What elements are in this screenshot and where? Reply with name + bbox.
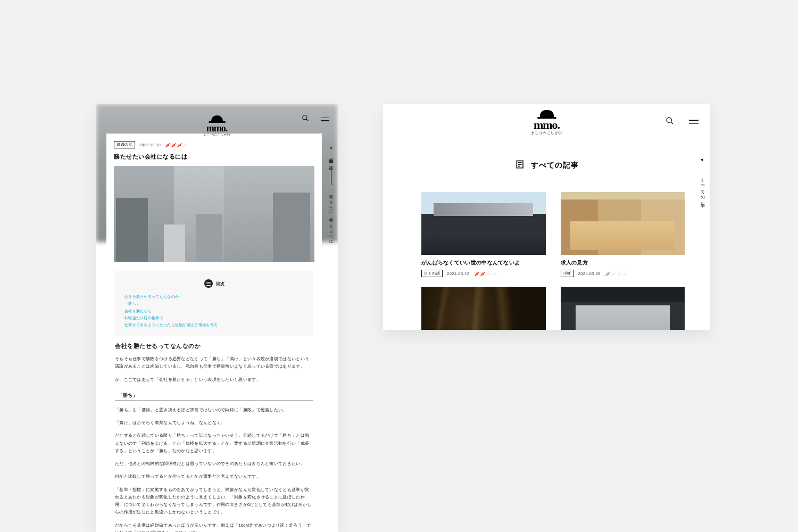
chevron-right-icon: ➤ [329,146,334,151]
chevron-right-icon: ➤ [700,158,705,163]
page-title: すべての記事 [531,161,579,170]
logo-tagline: まこりのこしかけ [531,131,563,135]
article-thumb [561,192,685,255]
vertical-page-title: すべての記事 [700,175,705,201]
article-thumb [561,287,685,330]
table-of-contents: 目次 会社を勝たせるってなんなのか 「勝ち」 会社を勝たせる 転職当たり前の世界… [115,271,313,336]
svg-point-2 [667,118,671,122]
toc-label: 目次 [216,281,225,287]
toc-header: 目次 [124,279,304,288]
logo-tagline: まこりのこしかけ [203,133,231,136]
toc-item[interactable]: 仕事ができるようになったら短期が増える環境を作る [124,321,304,328]
article-card[interactable]: がんばらなくていい世の中なんてないよ ヒトの話 2024.03.12 🌶🌶🌶🌶 [421,192,546,277]
toc-item[interactable]: 会社を勝たせる [124,307,304,314]
svg-line-3 [671,122,673,124]
article-card-title: 求人の見方 [561,259,685,267]
spice-meter-r1: 🌶🌶🌶🌶 [605,271,628,277]
menu-icon[interactable] [689,120,699,124]
paragraph: 「負け」はおそらく廃業なんでしょうね、なんとなく。 [115,419,313,427]
section-heading: 会社を勝たせるってなんなのか [115,342,313,350]
svg-point-0 [303,115,307,120]
article-header-card: 組織の話 2022.10.10 🌶🌶🌶🌶 勝たせたい会社になるには [106,134,322,262]
publish-date: 2024.03.09 [578,271,601,276]
site-header: mmo. まこりのこしかけ [383,104,710,141]
publish-date: 2022.10.10 [139,143,161,147]
site-logo[interactable]: mmo. まこりのこしかけ [531,110,563,135]
paragraph: が、ここではあえて「会社を勝たせる」という表現をしたいと思います。 [115,376,313,384]
separator-line [331,169,331,185]
vertical-title: 勝たせたい会社になるには [329,192,333,243]
article-meta: 組織の話 2022.10.10 🌶🌶🌶🌶 [114,141,314,148]
paragraph: だからこそ基準は絶対値であったほうが良いんです。例えば「100M走であいつより速… [115,522,313,533]
toc-item[interactable]: 「勝ち」 [124,300,304,307]
search-icon[interactable] [666,117,674,127]
article-card-title: がんばらなくていい世の中なんてないよ [421,259,546,267]
publish-date: 2024.03.12 [447,271,470,276]
article-grid: がんばらなくていい世の中なんてないよ ヒトの話 2024.03.12 🌶🌶🌶🌶 … [421,192,685,330]
toc-item[interactable]: 会社を勝たせるってなんなのか [124,293,304,300]
page-heading: すべての記事 [383,159,710,172]
logo-hat-icon [540,110,554,119]
paragraph: 「勝ち」を「価値」と置き換えるほど辞書ではないので純粋に「勝敗」で定義したい。 [115,406,313,414]
hero-image-content [114,198,314,262]
article-body: 会社を勝たせるってなんなのか そもそも仕事で勝敗をつける必要などなくって「勝ち」… [115,342,313,532]
articles-icon [515,159,526,172]
spice-meter-r0: 🌶🌶🌶🌶 [474,271,497,277]
article-card-meta: ヒトの話 2024.03.12 🌶🌶🌶🌶 [421,270,546,277]
svg-line-1 [306,119,309,121]
article-thumb [421,287,546,330]
article-card[interactable] [561,287,685,330]
logo-hat-icon [211,115,223,123]
toc-list: 会社を勝たせるってなんなのか 「勝ち」 会社を勝たせる 転職当たり前の世界で 仕… [124,293,304,328]
breadcrumb-vertical: ➤ すべての記事 [699,158,705,201]
header-actions [666,117,699,127]
spice-meter-left: 🌶🌶🌶🌶 [165,142,188,148]
menu-icon[interactable] [321,118,329,121]
paragraph: そもそも仕事で勝敗をつける必要などなくって「勝ち」「負け」という表現が適切ではな… [115,355,313,371]
article-card[interactable]: 求人の見方 小噺 2024.03.09 🌶🌶🌶🌶 [561,192,685,277]
header-actions [302,114,329,124]
paragraph: ただ、他者との相対的な関係性だとは思っていないのでそのあたりはきちんと書いておき… [115,460,313,468]
logo-wordmark: mmo. [531,119,563,131]
search-icon[interactable] [302,114,309,124]
category-tag[interactable]: 組織の話 [114,141,135,148]
list-icon [204,279,213,288]
toc-item[interactable]: 転職当たり前の世界で [124,314,304,321]
site-header: mmo. まこりのこしかけ [96,112,338,139]
article-detail-screen: mmo. まこりのこしかけ ➤ 組織の話 勝たせたい会社になるには 組織の話 2… [96,104,338,532]
vertical-category: 組織の話 [329,155,333,164]
paragraph: だとすると存続している限り「勝ち」って話になっちゃいそう。存続してるだけで「勝ち… [115,432,313,455]
subsection-heading: 「勝ち」 [115,392,313,401]
paragraph: 何かと比較して勝ってるとか劣ってるとかが重要だと考えてないんです。 [115,473,313,480]
category-tag: ヒトの話 [421,270,443,277]
article-thumb [421,192,546,255]
article-list-screen: mmo. まこりのこしかけ すべての記事 ➤ すべての記事 がんばらなくていい世… [383,104,710,330]
article-hero-image [114,166,314,262]
site-logo[interactable]: mmo. まこりのこしかけ [203,115,231,136]
article-title: 勝たせたい会社になるには [114,153,314,161]
article-card[interactable] [421,287,546,330]
article-card-meta: 小噺 2024.03.09 🌶🌶🌶🌶 [561,270,685,277]
paragraph: 「基準・指標」に変動するものをあてがってしまうと、対象がなんら変化していなくとも… [115,486,313,517]
breadcrumb-vertical: ➤ 組織の話 勝たせたい会社になるには [328,146,334,243]
category-tag: 小噺 [561,270,574,277]
logo-wordmark: mmo. [203,123,231,133]
